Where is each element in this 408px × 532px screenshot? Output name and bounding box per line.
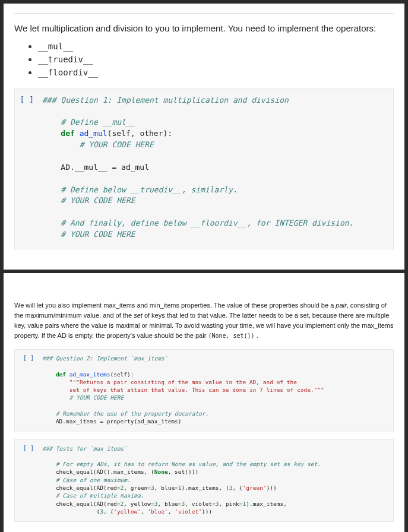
- code-token: __truediv__: [38, 55, 93, 64]
- docstring: set of keys that attain that value. This…: [69, 387, 324, 393]
- intro-text-2: We will let you also implement max_items…: [14, 300, 394, 341]
- list-item: __mul__: [38, 41, 394, 52]
- comment: # Case of one maximum.: [56, 477, 131, 483]
- comment-heading: ### Question 1: Implement multiplication…: [42, 96, 289, 104]
- comment-heading: ### Question 2: Implement `max_items`: [42, 355, 168, 362]
- code-line: (3, {'yellow', 'blue', 'violet'})): [56, 508, 212, 515]
- code-token: __mul__: [38, 42, 73, 51]
- code-token: __floordiv__: [38, 68, 98, 77]
- args: (self):: [110, 371, 134, 378]
- code-line: check_equal(AD(red=2, green=3, blue=1).m…: [56, 484, 277, 491]
- comment: # YOUR CODE HERE: [61, 196, 135, 205]
- list-item: __floordiv__: [38, 67, 394, 78]
- code-cell-q1[interactable]: [ ] ### Question 1: Implement multiplica…: [14, 88, 394, 249]
- comment: # For empty ADs, it has to return None a…: [56, 461, 321, 467]
- comment: # Case of multiple maxima.: [56, 492, 144, 499]
- cell-prompt: [ ]: [15, 442, 37, 518]
- cell-prompt: [ ]: [15, 352, 37, 428]
- code-cell-q2[interactable]: [ ] ### Question 2: Implement `max_items…: [14, 349, 394, 432]
- comment: # Define __mul__: [61, 118, 135, 126]
- comment-heading: ### Tests for `max_items`: [42, 445, 127, 452]
- func-name: ad_max_items: [69, 371, 110, 378]
- code-block[interactable]: ### Tests for `max_items` # For empty AD…: [37, 442, 393, 518]
- comment: # YOUR CODE HERE: [69, 394, 124, 401]
- page1-inner: We let multiplication and division to yo…: [4, 4, 404, 270]
- operator-list: __mul__ __truediv__ __floordiv__: [38, 41, 394, 78]
- intro-text: We let multiplication and division to yo…: [14, 22, 394, 35]
- keyword: def: [61, 129, 74, 138]
- keyword: def: [56, 371, 66, 378]
- code-line: AD.max_items = property(ad_max_items): [56, 418, 182, 425]
- args: (self, other):: [107, 129, 173, 138]
- comment: # YOUR CODE HERE: [61, 230, 135, 239]
- list-item: __truediv__: [38, 54, 394, 65]
- code-line: check_equal(AD().max_items, (None, set()…: [56, 468, 198, 475]
- inline-code: (None, set()): [208, 332, 254, 339]
- comment: # Define below __truediv__, similarly.: [61, 185, 237, 194]
- notebook-page-1: We let multiplication and division to yo…: [4, 4, 404, 270]
- code-line: check_equal(AD(red=2, yellow=3, blue=3, …: [56, 501, 287, 507]
- code-block[interactable]: ### Question 1: Implement multiplication…: [37, 93, 393, 243]
- code-line: AD.__mul__ = ad_mul: [61, 163, 149, 172]
- notebook-page-2: We will let you also implement max_items…: [4, 273, 404, 532]
- comment: # And finally, define below __floordiv__…: [61, 218, 353, 227]
- page2-inner: We will let you also implement max_items…: [4, 273, 404, 532]
- func-name: ad_mul: [80, 129, 107, 138]
- divider: [14, 13, 394, 14]
- comment: # Remember the use of the property decor…: [56, 410, 208, 417]
- code-block[interactable]: ### Question 2: Implement `max_items` de…: [37, 352, 393, 428]
- em-pair: pair: [336, 302, 346, 309]
- cell-prompt: [ ]: [15, 93, 37, 243]
- docstring: """Returns a pair consisting of the max …: [69, 379, 297, 385]
- code-cell-tests[interactable]: [ ] ### Tests for `max_items` # For empt…: [14, 439, 394, 522]
- em-set: set: [134, 312, 143, 319]
- comment: # YOUR CODE HERE: [80, 140, 154, 149]
